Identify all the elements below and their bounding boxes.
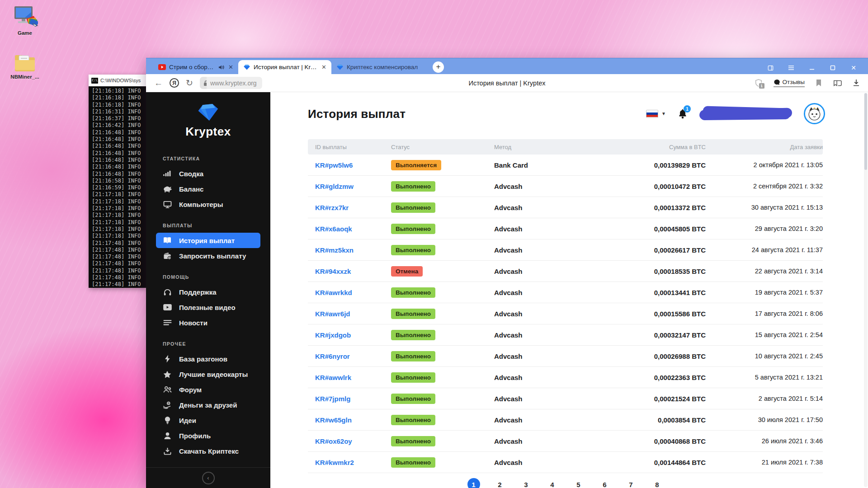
side-panel-icon[interactable] [767, 64, 774, 71]
payout-amount: 0,00022363 BTC [629, 374, 706, 381]
language-selector[interactable]: ▼ [646, 110, 666, 118]
payout-id-link[interactable]: KR#94xxzk [315, 267, 391, 275]
book-icon [162, 237, 172, 244]
status-badge: Выполнено [391, 457, 435, 468]
tab-close-icon[interactable]: ✕ [228, 64, 233, 70]
sidebar-item[interactable]: Баланс [156, 181, 260, 197]
page-number-button[interactable]: 6 [599, 478, 611, 488]
table-row: KR#jxdgob Выполнено Advcash 0,00032147 B… [308, 324, 823, 346]
sidebar-item[interactable]: История выплат [156, 233, 260, 248]
browser-tab[interactable]: История выплат | Krypt ✕ [238, 60, 331, 74]
page-number-button[interactable]: 5 [572, 478, 585, 488]
sidebar-item[interactable]: Поддержка [156, 284, 260, 300]
payout-id-link[interactable]: KR#awr6jd [315, 310, 391, 318]
payout-method: Advcash [494, 437, 629, 445]
desktop-icon-list: Game NBMiner_... [5, 4, 44, 80]
address-bar[interactable]: www.kryptex.org [207, 77, 262, 89]
payout-method: Advcash [494, 331, 629, 339]
payout-id-link[interactable]: KR#rzx7kr [315, 204, 391, 211]
payout-id-link[interactable]: KR#jxdgob [315, 331, 391, 339]
sidebar-item[interactable]: Полезные видео [156, 300, 260, 315]
bookmark-icon[interactable] [816, 79, 822, 87]
audio-icon[interactable] [218, 65, 224, 70]
page-number-button[interactable]: 4 [546, 478, 559, 488]
page-number-button[interactable]: 1 [467, 478, 480, 488]
sidebar-section: ПРОЧЕЕ База разгонов Лучшие видеокарты [156, 341, 260, 459]
downloads-icon[interactable] [853, 79, 860, 87]
console-log-line: [21:17:48] INFO [92, 281, 146, 288]
kryptex-brand[interactable]: Kryptex [146, 103, 270, 139]
folder-icon [5, 47, 44, 73]
payout-id-link[interactable]: KR#ox62oy [315, 437, 391, 445]
console-log-line: [21:16:37] INFO [92, 115, 146, 122]
console-titlebar[interactable]: C:\ C:\WINDOWS\sys [89, 75, 146, 86]
protect-shield-icon[interactable]: 1 [755, 79, 763, 88]
browser-tab[interactable]: Стрим о сборках ПК ✕ [153, 60, 238, 74]
sidebar-item-label: Профиль [179, 432, 211, 440]
bolt-icon [162, 355, 172, 363]
console-window[interactable]: C:\ C:\WINDOWS\sys [21:16:18] INFO [21:1… [89, 75, 146, 288]
sidebar-item[interactable]: База разгонов [156, 351, 260, 366]
page-scrollbar[interactable] [864, 93, 868, 487]
sidebar-item-label: База разгонов [179, 355, 227, 363]
payout-id-link[interactable]: KR#w65gln [315, 416, 391, 424]
kryptex-icon [336, 64, 344, 70]
payout-method: Advcash [494, 246, 629, 254]
toolbar-actions: 1 Отзывы [755, 79, 860, 88]
payout-id-link[interactable]: KR#awrkkd [315, 289, 391, 296]
sidebar-item[interactable]: Сводка [156, 166, 260, 181]
sidebar-item-label: Деньги за друзей [179, 401, 237, 409]
console-log-line: [21:16:18] INFO [92, 88, 146, 94]
notifications-button[interactable]: 1 [678, 108, 688, 119]
sidebar-item[interactable]: Новости [156, 315, 260, 330]
sidebar-item[interactable]: Деньги за друзей [156, 397, 260, 413]
table-row: KR#x6aoqk Выполнено Advcash 0,00045805 B… [308, 218, 823, 239]
payout-id-link[interactable]: KR#gldzmw [315, 183, 391, 190]
browser-tab[interactable]: Криптекс компенсировал ✕ [331, 60, 427, 74]
close-button[interactable]: ✕ [850, 64, 857, 71]
minimize-button[interactable] [808, 64, 816, 71]
payout-id-link[interactable]: KR#6nyror [315, 352, 391, 360]
table-row: KR#6nyror Выполнено Advcash 0,00026988 B… [308, 346, 823, 367]
sidebar-item[interactable]: Запросить выплату [156, 248, 260, 263]
sidebar-item[interactable]: Идеи [156, 413, 260, 428]
console-log-line: [21:17:48] INFO [92, 247, 146, 253]
scrollbar-thumb[interactable] [864, 93, 867, 170]
tab-close-icon[interactable]: ✕ [321, 64, 326, 70]
console-log-line: [21:17:18] INFO [92, 198, 146, 205]
username-scribble [699, 107, 792, 121]
payout-id-link[interactable]: KR#awwlrk [315, 374, 391, 381]
payout-id-link[interactable]: KR#x6aoqk [315, 225, 391, 233]
payout-id-link[interactable]: KR#pw5lw6 [315, 161, 391, 169]
desktop-icon[interactable]: NBMiner_... [5, 47, 44, 80]
payout-date: 19 августа 2021 г. 5:37 [706, 289, 823, 296]
yandex-icon[interactable]: Я [170, 78, 179, 88]
maximize-button[interactable] [829, 64, 836, 71]
reviews-button[interactable]: Отзывы [774, 79, 805, 87]
payout-id-link[interactable]: KR#7jpmlg [315, 395, 391, 403]
back-icon[interactable]: ← [154, 78, 163, 88]
payout-amount: 0,00015586 BTC [629, 310, 706, 318]
sidebar-item[interactable]: Профиль [156, 428, 260, 443]
new-tab-button[interactable]: + [433, 61, 444, 73]
payout-history-page: История выплат ▼ 1 [270, 92, 868, 488]
page-number-button[interactable]: 7 [625, 478, 637, 488]
payout-id-link[interactable]: KR#kwmkr2 [315, 459, 391, 466]
console-log-line: [21:17:18] INFO [92, 212, 146, 219]
browser-toolbar: ← Я ↻ www.kryptex.org История выплат | K… [146, 74, 868, 92]
avatar[interactable] [804, 103, 825, 124]
collections-icon[interactable] [833, 79, 842, 87]
sidebar-item[interactable]: Форум [156, 382, 260, 397]
sidebar-item[interactable]: Скачать Криптекс [156, 443, 260, 459]
page-number-button[interactable]: 2 [494, 478, 506, 488]
menu-icon[interactable] [788, 64, 795, 71]
collapse-sidebar-button[interactable]: ‹ [202, 472, 215, 484]
sidebar-item[interactable]: Компьютеры [156, 197, 260, 212]
sidebar-footer: ‹ [146, 467, 270, 488]
page-number-button[interactable]: 8 [651, 478, 664, 488]
sidebar-item[interactable]: Лучшие видеокарты [156, 366, 260, 382]
page-number-button[interactable]: 3 [520, 478, 533, 488]
reload-icon[interactable]: ↻ [186, 78, 193, 88]
desktop-icon[interactable]: Game [5, 4, 44, 36]
payout-id-link[interactable]: KR#mz5kxn [315, 246, 391, 254]
